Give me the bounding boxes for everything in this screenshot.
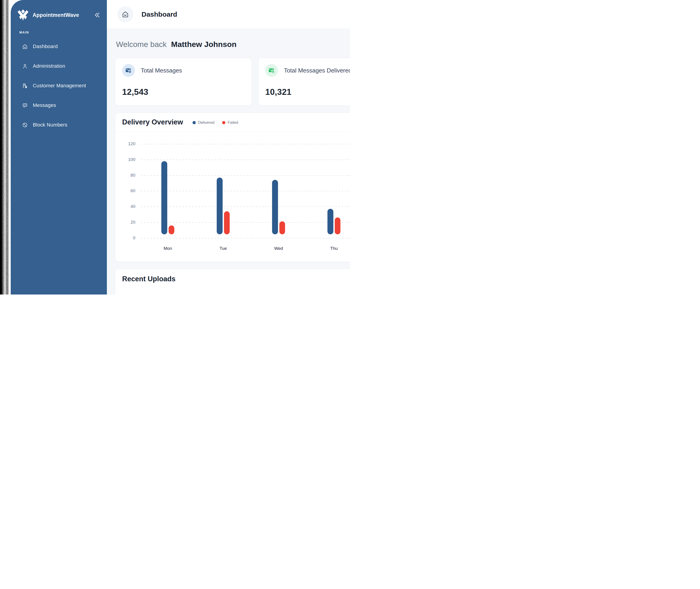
chart-title: Delivery Overview (122, 118, 183, 126)
block-icon (22, 122, 28, 128)
sidebar-item-dashboard[interactable]: Dashboard (11, 41, 107, 52)
user-icon (22, 63, 28, 69)
sidebar-item-label: Messages (33, 103, 56, 108)
bar-delivered-thu (327, 209, 333, 234)
chat-bubble-icon (22, 103, 28, 108)
sidebar-item-label: Dashboard (33, 43, 58, 49)
screen-edge-noise (0, 0, 11, 294)
bar-failed-tue (224, 211, 230, 234)
chart-plot: 020406080100120MonTueWedThu (115, 144, 350, 258)
gridline (141, 222, 350, 223)
sidebar-item-label: Administration (33, 63, 65, 69)
stat-head: Total Messages Delivered (265, 64, 350, 77)
gridline (141, 144, 350, 144)
welcome-heading: Welcome back Matthew Johnson (116, 40, 350, 49)
gridline (141, 175, 350, 176)
legend-dot-failed (222, 121, 225, 124)
stat-value: 10,321 (265, 87, 350, 97)
home-smile-icon (22, 44, 28, 49)
stat-icon-circle (265, 64, 278, 77)
x-axis-label: Wed (268, 246, 289, 251)
x-axis-label: Tue (213, 246, 234, 251)
x-axis-label: Mon (158, 246, 178, 251)
sidebar-item-customer-management[interactable]: Customer Management (11, 80, 107, 91)
envelope-check-icon (268, 67, 275, 74)
legend-dot-delivered (193, 121, 196, 124)
y-axis-tick: 40 (115, 204, 135, 209)
y-axis-tick: 120 (115, 141, 135, 146)
sidebar-logo-row: AppointmentWave (11, 0, 107, 21)
bar-delivered-tue (217, 178, 223, 234)
x-axis-label: Thu (324, 246, 344, 251)
legend-label: Failed (228, 120, 238, 125)
legend-item-failed: Failed (222, 120, 238, 125)
bar-failed-mon (169, 225, 174, 234)
bar-delivered-mon (161, 161, 167, 234)
sidebar-item-administration[interactable]: Administration (11, 61, 107, 71)
welcome-username: Matthew Johnson (171, 40, 237, 48)
stat-value: 12,543 (122, 87, 245, 97)
legend-item-delivered: Delivered (193, 120, 214, 125)
y-axis-tick: 60 (115, 188, 135, 193)
home-smile-icon (122, 11, 129, 18)
sidebar-nav: Dashboard Administration Customer Manage… (11, 41, 107, 130)
delivery-overview-card: Delivery Overview Delivered Failed 02040… (115, 113, 350, 262)
sidebar-collapse-button[interactable] (93, 11, 101, 19)
legend-label: Delivered (198, 120, 214, 125)
y-axis-tick: 80 (115, 173, 135, 178)
appointmentwave-logo-icon (17, 9, 29, 21)
bar-failed-thu (335, 217, 340, 234)
app-window: AppointmentWave MAIN Dashboard (0, 0, 350, 294)
y-axis-tick: 20 (115, 220, 135, 225)
sidebar-item-label: Customer Management (33, 83, 86, 89)
main-content: Welcome back Matthew Johnson Total Messa… (107, 29, 350, 294)
y-axis-tick: 100 (115, 157, 135, 162)
gridline (141, 160, 350, 160)
stat-card-total-messages: Total Messages 12,543 (115, 58, 252, 106)
gridline (141, 238, 350, 238)
gridline (141, 191, 350, 191)
sidebar: AppointmentWave MAIN Dashboard (11, 0, 107, 294)
stat-card-total-messages-delivered: Total Messages Delivered 10,321 (258, 58, 350, 106)
page-title: Dashboard (142, 10, 177, 18)
stat-icon-circle (122, 64, 135, 77)
bar-failed-wed (279, 221, 285, 234)
sidebar-item-label: Block Numbers (33, 122, 67, 128)
gridline (141, 206, 350, 207)
app-name: AppointmentWave (33, 12, 93, 18)
sidebar-item-messages[interactable]: Messages (11, 100, 107, 111)
sidebar-section-label: MAIN (19, 30, 107, 34)
stat-label: Total Messages (141, 67, 182, 74)
sidebar-item-block-numbers[interactable]: Block Numbers (11, 120, 107, 130)
envelope-clock-icon (125, 67, 132, 74)
stat-head: Total Messages (122, 64, 245, 77)
building-icon (22, 83, 28, 89)
chart-header: Delivery Overview Delivered Failed (115, 113, 350, 132)
double-chevron-left-icon (94, 12, 100, 18)
chart-legend: Delivered Failed (193, 120, 238, 125)
welcome-prefix: Welcome back (116, 40, 167, 48)
stats-row: Total Messages 12,543 Total Messages Del… (115, 58, 350, 106)
page-icon-badge (118, 6, 133, 22)
bar-delivered-wed (272, 180, 278, 234)
top-header: Dashboard (107, 0, 350, 29)
recent-uploads-card: Recent Uploads (115, 269, 350, 294)
y-axis-tick: 0 (115, 235, 135, 240)
recent-uploads-title: Recent Uploads (122, 275, 350, 283)
noise-texture (1, 0, 9, 294)
stat-label: Total Messages Delivered (284, 67, 350, 74)
